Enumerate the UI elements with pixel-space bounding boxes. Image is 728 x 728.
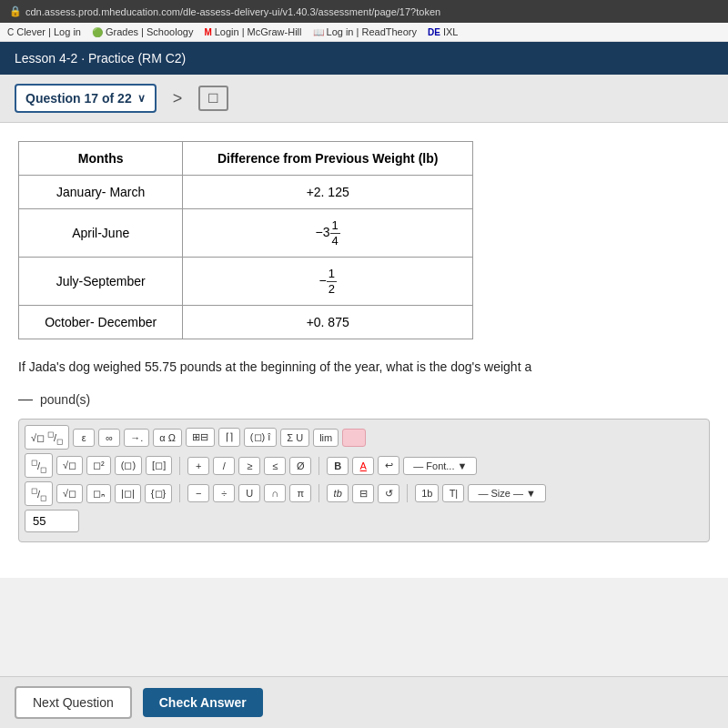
italic-tb-btn[interactable]: tb <box>327 484 349 502</box>
lock-icon: 🔒 <box>9 5 22 17</box>
month-apr-june: April-June <box>19 209 183 258</box>
matrix-btn[interactable]: ⊞⊟ <box>186 428 215 447</box>
table-header-difference: Difference from Previous Weight (lb) <box>183 142 473 176</box>
t-icon-btn[interactable]: T| <box>442 484 464 502</box>
readtheory-icon: 📖 <box>313 27 324 37</box>
check-answer-button[interactable]: Check Answer <box>143 688 263 717</box>
browser-bar: 🔒 cdn.assess.prod.mheducation.com/dle-as… <box>0 0 728 23</box>
div-btn[interactable]: ÷ <box>213 484 235 502</box>
weight-table: Months Difference from Previous Weight (… <box>18 141 473 339</box>
nsqrt-btn[interactable]: √◻ <box>56 484 83 503</box>
clever-icon: C <box>7 27 14 37</box>
denominator: 2 <box>327 282 337 297</box>
nsub-btn[interactable]: ◻ₙ <box>86 484 111 503</box>
epsilon-btn[interactable]: ε <box>73 429 95 447</box>
next-question-button[interactable]: Next Question <box>15 686 132 719</box>
toolbar-divider-5 <box>407 484 408 502</box>
mixed-number-negative: −314 <box>316 225 340 239</box>
bookmarks-bar: C Clever | Log in 🟢 Grades | Schoology M… <box>0 23 728 42</box>
answer-unit-label: pound(s) <box>40 392 90 407</box>
intersect-btn[interactable]: ∩ <box>264 484 286 502</box>
math-toolbar: √◻ ◻/◻ ε ∞ →. α Ω ⊞⊟ ⌈⌉ (◻) î Σ U lim ◻/… <box>18 419 710 542</box>
next-arrow-icon: > <box>173 89 183 107</box>
color-a-btn[interactable]: A <box>352 457 374 475</box>
bookmark-mcgrawhill-label: Login | McGraw-Hill <box>215 26 302 37</box>
value-oct-dec: +0. 875 <box>183 306 473 339</box>
bottom-toolbar: Next Question Check Answer <box>0 676 728 728</box>
undo-btn[interactable]: ↩ <box>378 456 399 475</box>
table-header-months: Months <box>19 142 183 176</box>
paren-btn[interactable]: (◻) î <box>244 428 277 447</box>
math-toolbar-row-2: ◻/◻ √◻ ◻² (◻) [◻] + / ≥ ≤ Ø B A ↩ — Font… <box>25 453 703 478</box>
bold-btn[interactable]: B <box>327 457 349 475</box>
nfrac-btn[interactable]: ◻/◻ <box>25 481 53 506</box>
answer-dash: — <box>18 391 33 408</box>
toolbar-divider <box>179 457 180 475</box>
bookmark-schoology-label: Grades | Schoology <box>106 26 193 37</box>
arrow-btn[interactable]: →. <box>124 429 149 447</box>
bookmark-readtheory[interactable]: 📖 Log in | ReadTheory <box>313 26 417 37</box>
empty-set-btn[interactable]: Ø <box>289 457 311 475</box>
table-row: October- December +0. 875 <box>19 306 473 339</box>
slash-btn[interactable]: / <box>213 457 235 475</box>
fraction-apr: 14 <box>330 218 340 248</box>
alpha-omega-btn[interactable]: α Ω <box>153 429 182 447</box>
abs-btn[interactable]: |◻| <box>115 484 141 503</box>
answer-line: — pound(s) <box>18 391 710 408</box>
bookmark-mcgrawhill[interactable]: M Login | McGraw-Hill <box>204 26 301 37</box>
size-dropdown[interactable]: — Size — ▼ <box>468 484 545 502</box>
question-toolbar: Question 17 of 22 ∨ > ☐ <box>0 75 728 123</box>
bookmark-ixl-label: IXL <box>443 26 459 37</box>
bookmark-button[interactable]: ☐ <box>198 86 228 111</box>
math-input[interactable]: 55 <box>25 510 79 532</box>
limit-btn[interactable]: lim <box>313 429 339 447</box>
math-input-row: 55 <box>25 510 703 532</box>
math-toolbar-row-3: ◻/◻ √◻ ◻ₙ |◻| {◻} − ÷ U ∩ π tb ⊟ ↺ 1b T|… <box>25 481 703 506</box>
pink-btn[interactable] <box>342 429 366 447</box>
frac-btn[interactable]: ◻/◻ <box>25 453 53 478</box>
bracket-open-btn[interactable]: [◻] <box>146 456 172 475</box>
header-title: Lesson 4-2 · Practice (RM C2) <box>15 51 186 66</box>
bookmark-clever-label: Clever | Log in <box>16 26 81 37</box>
brace-btn[interactable]: {◻} <box>145 484 172 503</box>
question-label: Question 17 of 22 <box>25 91 132 106</box>
paren-open-btn[interactable]: (◻) <box>115 456 142 475</box>
1b-btn[interactable]: 1b <box>415 484 439 502</box>
box-icon-btn[interactable]: ⊟ <box>352 484 374 503</box>
geq-btn[interactable]: ≥ <box>238 457 260 475</box>
leq-btn[interactable]: ≤ <box>264 457 286 475</box>
value-jan-march: +2. 125 <box>183 176 473 209</box>
sigma-btn[interactable]: Σ U <box>280 429 309 447</box>
bookmark-schoology[interactable]: 🟢 Grades | Schoology <box>92 26 193 37</box>
value-apr-june: −314 <box>183 209 473 258</box>
next-arrow-button[interactable]: > <box>166 86 190 112</box>
question-text: If Jada's dog weighed 55.75 pounds at th… <box>18 358 710 377</box>
pi-btn[interactable]: π <box>289 484 311 502</box>
main-content: Months Difference from Previous Weight (… <box>0 123 728 578</box>
table-row: January- March +2. 125 <box>19 176 473 209</box>
month-jan-march: January- March <box>19 176 183 209</box>
infinity-btn[interactable]: ∞ <box>98 429 120 447</box>
month-oct-dec: October- December <box>19 306 183 339</box>
bookmark-clever[interactable]: C Clever | Log in <box>7 26 81 37</box>
sqrt-frac-btn[interactable]: √◻ ◻/◻ <box>25 425 69 450</box>
font-dropdown[interactable]: — Font... ▼ <box>403 457 477 475</box>
bookmark-icon: ☐ <box>207 91 219 106</box>
square-btn[interactable]: ◻² <box>86 456 111 475</box>
union-btn[interactable]: U <box>238 484 260 502</box>
input-value: 55 <box>33 514 46 528</box>
math-toolbar-row-1: √◻ ◻/◻ ε ∞ →. α Ω ⊞⊟ ⌈⌉ (◻) î Σ U lim <box>25 425 703 450</box>
question-selector[interactable]: Question 17 of 22 ∨ <box>15 84 157 113</box>
plus-btn[interactable]: + <box>187 457 209 475</box>
schoology-icon: 🟢 <box>92 27 103 37</box>
bracket-btn[interactable]: ⌈⌉ <box>218 428 240 447</box>
fraction-jul: 12 <box>327 267 337 296</box>
url-bar: cdn.assess.prod.mheducation.com/dle-asse… <box>25 6 440 17</box>
value-jul-sep: −12 <box>183 258 473 306</box>
sqrt-btn[interactable]: √◻ <box>56 456 83 475</box>
toolbar-divider-2 <box>318 457 319 475</box>
bookmark-readtheory-label: Log in | ReadTheory <box>327 26 417 37</box>
loop-btn[interactable]: ↺ <box>378 484 399 503</box>
minus-btn[interactable]: − <box>187 484 209 502</box>
bookmark-ixl[interactable]: DE IXL <box>428 26 458 37</box>
